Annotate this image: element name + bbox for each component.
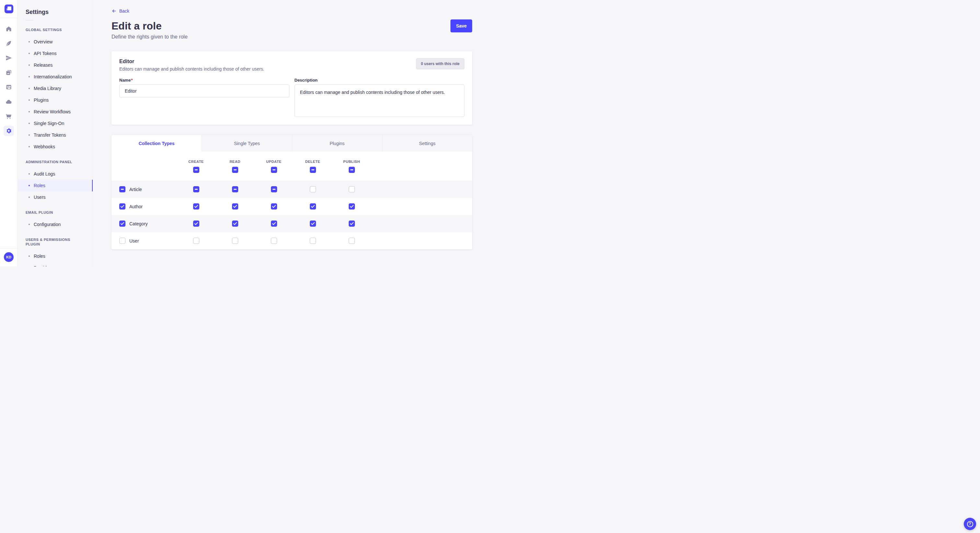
nav-settings[interactable] [3,125,14,136]
name-label: Name* [119,78,290,82]
bullet-icon [29,53,30,54]
sidebar-item-users[interactable]: Users [18,191,93,203]
sidebar-item-up-roles[interactable]: Roles [18,250,93,262]
global-settings-list: Overview API Tokens Releases Internation… [18,36,93,152]
sidebar-item-configuration[interactable]: Configuration [18,219,93,230]
nav-media-library[interactable] [3,67,14,78]
user-row-checkbox[interactable] [119,238,126,244]
sidebar-item-up-providers[interactable]: Providers [18,262,93,266]
select-all-create-checkbox[interactable] [193,167,199,173]
bullet-icon [29,255,30,257]
article-create-checkbox[interactable] [193,186,199,192]
feather-icon [5,40,12,47]
bullet-icon [29,224,30,225]
tab-single-types[interactable]: Single Types [202,135,292,152]
sidebar-item-plugins[interactable]: Plugins [18,94,93,106]
tab-settings[interactable]: Settings [382,135,472,152]
user-update-checkbox[interactable] [271,238,277,244]
category-row-checkbox[interactable] [119,220,126,227]
permissions-tabs: Collection Types Single Types Plugins Se… [111,135,472,152]
sidebar-item-review-workflows[interactable]: Review Workflows [18,106,93,117]
sidebar-item-label: Users [34,195,46,200]
nav-content-manager[interactable] [3,38,14,49]
nav-releases[interactable] [3,53,14,63]
select-all-read-checkbox[interactable] [232,167,238,173]
sidebar-item-label: Audit Logs [34,171,55,176]
section-heading-email-plugin: EMAIL PLUGIN [25,210,85,215]
nav-cloud[interactable] [3,97,14,107]
nav-content-type-builder[interactable] [3,82,14,92]
category-update-checkbox[interactable] [271,220,277,227]
description-input[interactable]: Editors can manage and publish contents … [294,84,465,117]
column-header-read: READ [229,160,240,163]
nav-home[interactable] [3,24,14,34]
author-create-checkbox[interactable] [193,203,199,209]
author-delete-checkbox[interactable] [310,203,316,209]
user-delete-checkbox[interactable] [310,238,316,244]
sidebar-item-label: Internationalization [34,74,72,79]
select-all-update-checkbox[interactable] [271,167,277,173]
settings-sidebar: Settings GLOBAL SETTINGS Overview API To… [18,0,93,266]
sidebar-item-label: Media Library [34,86,61,91]
sidebar-item-roles[interactable]: Roles [18,180,93,191]
section-heading-users-permissions-plugin: USERS & PERMISSIONS PLUGIN [25,237,85,246]
article-delete-checkbox[interactable] [310,186,316,192]
layout-icon [5,84,12,90]
article-read-checkbox[interactable] [232,186,238,192]
permissions-card: Collection Types Single Types Plugins Se… [111,135,472,249]
article-update-checkbox[interactable] [271,186,277,192]
users-count-badge[interactable]: 0 users with this role [416,58,465,69]
article-row-checkbox[interactable] [119,186,126,192]
strapi-logo[interactable] [5,5,13,13]
sidebar-item-label: Plugins [34,97,49,103]
name-input[interactable] [119,84,290,97]
article-publish-checkbox[interactable] [349,186,355,192]
sidebar-item-single-sign-on[interactable]: Single Sign-On [18,117,93,129]
select-all-publish-checkbox[interactable] [349,167,355,173]
sidebar-item-api-tokens[interactable]: API Tokens [18,48,93,59]
sidebar-item-webhooks[interactable]: Webhooks [18,141,93,152]
tab-plugins[interactable]: Plugins [292,135,382,152]
select-all-delete-checkbox[interactable] [310,167,316,173]
bullet-icon [29,76,30,78]
bullet-icon [29,65,30,66]
author-publish-checkbox[interactable] [349,203,355,209]
tab-collection-types[interactable]: Collection Types [111,135,202,152]
sidebar-item-media-library[interactable]: Media Library [18,82,93,94]
category-read-checkbox[interactable] [232,220,238,227]
category-delete-checkbox[interactable] [310,220,316,227]
back-link[interactable]: Back [111,8,129,14]
section-heading-global-settings: GLOBAL SETTINGS [25,27,85,32]
sidebar-item-audit-logs[interactable]: Audit Logs [18,168,93,180]
category-create-checkbox[interactable] [193,220,199,227]
sidebar-item-overview[interactable]: Overview [18,36,93,48]
save-button[interactable]: Save [450,19,472,32]
user-read-checkbox[interactable] [232,238,238,244]
sidebar-item-label: Transfer Tokens [34,132,66,138]
users-permissions-list: Roles Providers [18,250,93,266]
page-subtitle: Define the rights given to the role [111,34,472,40]
bullet-icon [29,185,30,186]
bullet-icon [29,197,30,198]
author-row-checkbox[interactable] [119,203,126,209]
author-update-checkbox[interactable] [271,203,277,209]
arrow-left-icon [111,8,117,14]
user-publish-checkbox[interactable] [349,238,355,244]
sidebar-item-releases[interactable]: Releases [18,59,93,71]
role-name-heading: Editor [119,58,264,65]
row-label: Category [129,221,148,226]
column-header-delete: DELETE [305,160,320,163]
author-read-checkbox[interactable] [232,203,238,209]
administration-panel-list: Audit Logs Roles Users [18,168,93,203]
user-create-checkbox[interactable] [193,238,199,244]
user-avatar[interactable]: KD [4,252,14,262]
sidebar-item-internationalization[interactable]: Internationalization [18,71,93,82]
sidebar-item-transfer-tokens[interactable]: Transfer Tokens [18,129,93,141]
cart-icon [5,113,12,119]
role-summary: Editor Editors can manage and publish co… [119,58,264,72]
category-publish-checkbox[interactable] [349,220,355,227]
sidebar-item-label: Releases [34,62,52,68]
table-row-author: Author [111,198,472,215]
nav-marketplace[interactable] [3,111,14,121]
table-row-category: Category [111,215,472,232]
